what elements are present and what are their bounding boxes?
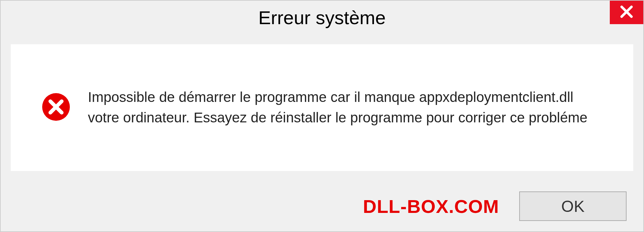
message-panel: Impossible de démarrer le programme car … [11, 44, 633, 171]
close-button[interactable] [610, 1, 643, 24]
footer: DLL-BOX.COM OK [1, 181, 643, 231]
brand-label: DLL-BOX.COM [363, 195, 499, 217]
error-icon [41, 92, 71, 123]
content-area: Impossible de démarrer le programme car … [1, 34, 643, 181]
ok-button[interactable]: OK [519, 191, 627, 221]
titlebar: Erreur système [1, 1, 643, 34]
error-dialog: Erreur système Impossible de démarrer le… [0, 0, 644, 232]
error-message: Impossible de démarrer le programme car … [88, 87, 603, 128]
close-icon [619, 4, 634, 20]
dialog-title: Erreur système [258, 7, 386, 28]
